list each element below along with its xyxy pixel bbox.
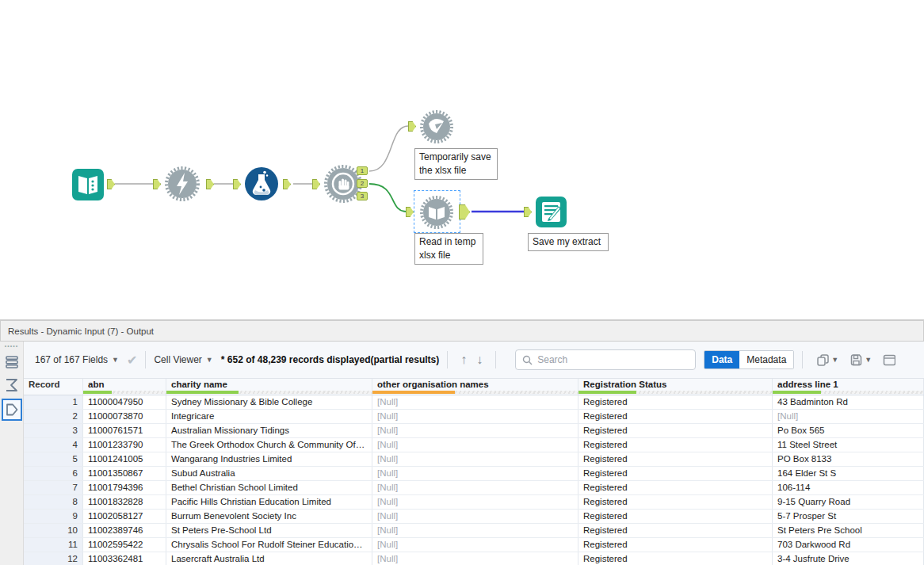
data-cell[interactable]: [Null] [372, 438, 578, 452]
data-cell[interactable]: [Null] [372, 452, 578, 466]
data-cell[interactable]: Integricare [166, 410, 372, 423]
input-book-tool[interactable] [71, 168, 105, 204]
data-cell[interactable]: Wangarang Industries Limited [166, 452, 372, 466]
temp-save-macro-tool[interactable] [419, 109, 454, 147]
data-cell[interactable]: 3-4 Jusfrute Drive [773, 552, 924, 565]
data-cell[interactable]: Sydney Missionary & Bible College [166, 395, 372, 409]
column-header[interactable]: other organisation names [372, 379, 578, 395]
flask-macro-tool[interactable] [243, 166, 280, 205]
up-arrow-icon[interactable]: ↑ [460, 353, 467, 367]
data-cell[interactable]: 11001241005 [83, 452, 166, 466]
data-cell[interactable]: [Null] [372, 467, 578, 480]
output-connection-icon[interactable] [2, 399, 22, 421]
data-cell[interactable]: [Null] [372, 481, 578, 494]
data-cell[interactable]: Registered [578, 424, 773, 437]
table-view-icon[interactable] [3, 353, 21, 372]
column-header[interactable]: charity name [166, 379, 372, 395]
data-cell[interactable]: [Null] [372, 424, 578, 437]
data-cell[interactable]: 11001832828 [83, 495, 166, 509]
copy-button[interactable]: ▼ [816, 353, 838, 367]
data-cell[interactable]: Registered [578, 467, 773, 480]
save-button[interactable]: ▼ [850, 353, 872, 367]
data-cell[interactable]: Registered [578, 495, 773, 509]
drag-handle[interactable]: ••••• [0, 343, 23, 349]
data-cell[interactable]: 11 Steel Street [773, 438, 924, 452]
data-cell[interactable]: St Peters Pre School [773, 524, 924, 537]
record-number-cell[interactable]: 10 [24, 524, 83, 537]
data-cell[interactable]: Registered [578, 510, 773, 523]
record-number-cell[interactable]: 12 [24, 552, 83, 565]
data-cell[interactable]: PO Box 8133 [773, 452, 924, 466]
dynamic-input-tool[interactable] [419, 195, 454, 233]
column-header[interactable]: Registration Status [578, 379, 773, 395]
data-cell[interactable]: 11000047950 [83, 395, 166, 409]
column-header[interactable]: abn [83, 379, 166, 395]
data-cell[interactable]: 164 Elder St S [773, 467, 924, 480]
record-number-cell[interactable]: 4 [24, 438, 83, 452]
record-number-cell[interactable]: 5 [24, 452, 83, 466]
data-cell[interactable]: Registered [578, 538, 773, 552]
annotation-temp-save[interactable]: Temporarily save the xlsx file [414, 148, 498, 180]
data-cell[interactable]: Lasercraft Australia Ltd [166, 552, 372, 565]
data-cell[interactable]: [Null] [372, 524, 578, 537]
apply-check-icon[interactable]: ✔ [127, 353, 137, 368]
output-data-tool[interactable] [535, 196, 567, 231]
data-cell[interactable]: 11001350867 [83, 467, 166, 480]
data-cell[interactable]: Po Box 565 [773, 424, 924, 437]
column-header[interactable]: Record [24, 379, 83, 395]
data-cell[interactable]: 11002058127 [83, 510, 166, 523]
record-number-cell[interactable]: 3 [24, 424, 83, 437]
annotation-read-temp[interactable]: Read in temp xlsx file [414, 233, 483, 265]
data-cell[interactable]: 11002595422 [83, 538, 166, 552]
new-window-button[interactable] [883, 353, 895, 367]
annotation-save-extract[interactable]: Save my extract [528, 233, 609, 251]
data-cell[interactable]: [Null] [372, 510, 578, 523]
data-cell[interactable]: [Null] [372, 552, 578, 565]
data-cell[interactable]: 5-7 Prosper St [773, 510, 924, 523]
data-cell[interactable]: The Greek Orthodox Church & Community Of… [166, 438, 372, 452]
data-cell[interactable]: 9-15 Quarry Road [773, 495, 924, 509]
record-number-cell[interactable]: 1 [24, 395, 83, 409]
data-cell[interactable]: St Peters Pre-School Ltd [166, 524, 372, 537]
record-number-cell[interactable]: 8 [24, 495, 83, 509]
lightning-macro-tool[interactable] [164, 166, 200, 205]
column-header[interactable]: address line 1 [773, 379, 924, 395]
data-cell[interactable]: 11003362481 [83, 552, 166, 565]
data-cell[interactable]: Pacific Hills Christian Education Limite… [166, 495, 372, 509]
data-cell[interactable]: Registered [578, 395, 773, 409]
data-cell[interactable]: Bethel Christian School Limited [166, 481, 372, 494]
data-cell[interactable]: Subud Australia [166, 467, 372, 480]
data-cell[interactable]: Registered [578, 552, 773, 565]
data-cell[interactable]: 11001233790 [83, 438, 166, 452]
data-cell[interactable]: 11000761571 [83, 424, 166, 437]
metadata-tab[interactable]: Metadata [739, 351, 793, 368]
record-number-cell[interactable]: 9 [24, 510, 83, 523]
search-input[interactable] [537, 354, 672, 365]
data-cell[interactable]: 11000073870 [83, 410, 166, 423]
record-number-cell[interactable]: 11 [24, 538, 83, 552]
data-cell[interactable]: Chrysalis School For Rudolf Steiner Educ… [166, 538, 372, 552]
data-cell[interactable]: Registered [578, 481, 773, 494]
data-cell[interactable]: 11001794396 [83, 481, 166, 494]
data-cell[interactable]: Australian Missionary Tidings [166, 424, 372, 437]
search-box[interactable] [515, 349, 696, 370]
data-cell[interactable]: 43 Badminton Rd [773, 395, 924, 409]
data-cell[interactable]: Burrum Benevolent Society Inc [166, 510, 372, 523]
data-cell[interactable]: Registered [578, 438, 773, 452]
fields-dropdown[interactable]: 167 of 167 Fields ▼ [35, 354, 119, 365]
record-number-cell[interactable]: 6 [24, 467, 83, 480]
data-cell[interactable]: [Null] [372, 395, 578, 409]
data-cell[interactable]: [Null] [372, 538, 578, 552]
record-number-cell[interactable]: 7 [24, 481, 83, 494]
data-cell[interactable]: Registered [578, 524, 773, 537]
down-arrow-icon[interactable]: ↓ [476, 353, 483, 367]
data-cell[interactable]: [Null] [372, 410, 578, 423]
data-cell[interactable]: 11002389746 [83, 524, 166, 537]
data-cell[interactable]: [Null] [773, 410, 924, 423]
data-cell[interactable]: 703 Darkwood Rd [773, 538, 924, 552]
data-cell[interactable]: [Null] [372, 495, 578, 509]
data-tab[interactable]: Data [704, 351, 739, 368]
data-cell[interactable]: Registered [578, 410, 773, 423]
data-cell[interactable]: Registered [578, 452, 773, 466]
record-number-cell[interactable]: 2 [24, 410, 83, 423]
